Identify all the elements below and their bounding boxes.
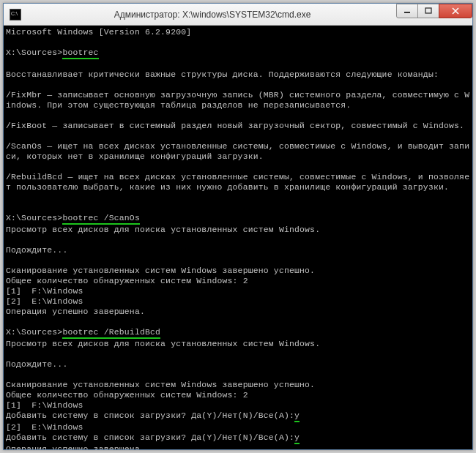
maximize-button[interactable] xyxy=(417,4,439,18)
scan-done: Сканирование установленных систем Window… xyxy=(6,381,315,389)
minimize-button[interactable] xyxy=(396,4,418,18)
version-line: Microsoft Windows [Version 6.2.9200] xyxy=(6,28,191,37)
svg-rect-0 xyxy=(404,12,410,13)
rebuildbcd-desc: /RebuildBcd — ищет на всех дисках устано… xyxy=(6,173,469,192)
desc-heading: Восстанавливает критически важные структ… xyxy=(6,70,439,79)
cmd-window: Администратор: X:\windows\SYSTEM32\cmd.e… xyxy=(3,3,473,450)
cmd-icon xyxy=(10,9,21,20)
answer-y: y xyxy=(294,411,300,422)
add-question: Добавить систему в список загрузки? Да(Y… xyxy=(6,433,294,442)
fixmbr-desc: /FixMbr — записывает основную загрузочну… xyxy=(6,91,469,110)
wait-message: Подождите... xyxy=(6,360,67,369)
maximize-icon xyxy=(425,7,432,15)
titlebar[interactable]: Администратор: X:\windows\SYSTEM32\cmd.e… xyxy=(4,4,472,26)
wait-message: Подождите... xyxy=(6,246,67,255)
scan-message: Просмотр всех дисков для поиска установл… xyxy=(6,225,320,234)
scan-message: Просмотр всех дисков для поиска установл… xyxy=(6,340,320,348)
close-icon xyxy=(451,7,460,15)
answer-y: y xyxy=(294,433,300,444)
total-found: Общее количество обнаруженных систем Win… xyxy=(6,277,248,285)
operation-ok: Операция успешно завершена. xyxy=(6,445,145,449)
entry-1: [1] F:\Windows xyxy=(6,401,83,410)
operation-ok: Операция успешно завершена. xyxy=(6,307,145,316)
entry-2: [2] E:\Windows xyxy=(6,423,83,432)
command-rebuildbcd: bootrec /RebuildBcd xyxy=(62,327,160,339)
prompt: X:\Sources> xyxy=(6,328,62,337)
prompt: X:\Sources> xyxy=(6,214,62,222)
minimize-icon xyxy=(404,7,411,15)
total-found: Общее количество обнаруженных систем Win… xyxy=(6,391,248,400)
fixboot-desc: /FixBoot — записывает в системный раздел… xyxy=(6,121,464,130)
scan-done: Сканирование установленных систем Window… xyxy=(6,266,315,275)
svg-rect-1 xyxy=(425,8,431,13)
close-button[interactable] xyxy=(439,4,472,18)
terminal-output[interactable]: Microsoft Windows [Version 6.2.9200] X:\… xyxy=(4,26,472,449)
add-question: Добавить систему в список загрузки? Да(Y… xyxy=(6,411,294,420)
scanos-desc: /ScanOs — ищет на всех дисках установлен… xyxy=(6,142,469,161)
entry-1: [1] F:\Windows xyxy=(6,287,83,296)
command-bootrec: bootrec xyxy=(62,48,98,59)
entry-2: [2] E:\Windows xyxy=(6,297,83,306)
window-controls xyxy=(397,4,472,20)
command-scanos: bootrec /ScanOs xyxy=(62,213,140,225)
prompt: X:\Sources> xyxy=(6,48,62,57)
